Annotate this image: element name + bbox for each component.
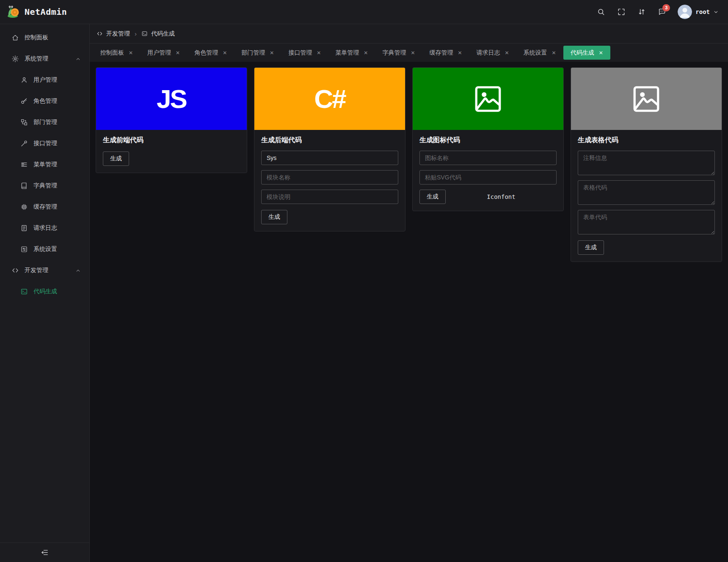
sidebar-item-api[interactable]: 接口管理: [0, 134, 89, 153]
sidebar-item-departments[interactable]: 部门管理: [0, 113, 89, 132]
card-generate-backend: C# 生成后端代码 生成: [254, 67, 405, 231]
breadcrumb-item-development[interactable]: 开发管理: [97, 30, 130, 38]
generate-table-button[interactable]: 生成: [578, 240, 604, 255]
banner-js-text: JS: [157, 84, 186, 114]
banner-icon-gray: [571, 68, 722, 130]
tab-dictionaries[interactable]: 字典管理✕: [375, 46, 422, 60]
card-generate-table: 生成表格代码 生成: [571, 67, 722, 262]
card-generate-frontend: JS 生成前端代码 生成: [96, 67, 247, 173]
iconfont-link[interactable]: Iconfont: [446, 193, 557, 200]
card-title: 生成图标代码: [419, 136, 557, 145]
sidebar-item-request-logs[interactable]: 请求日志: [0, 219, 89, 237]
tab-request-logs[interactable]: 请求日志✕: [469, 46, 516, 60]
sidebar-item-code-generation[interactable]: 代码生成: [0, 282, 89, 301]
chevron-up-icon: [75, 56, 81, 62]
card-generate-icon: 生成图标代码 生成 Iconfont: [412, 67, 564, 211]
notification-badge: 3: [662, 4, 670, 11]
cpu-icon: [20, 203, 28, 211]
tab-strip: 控制面板✕ 用户管理✕ 角色管理✕ 部门管理✕ 接口管理✕ 菜单管理✕ 字典管理…: [90, 44, 728, 62]
sidebar-item-users[interactable]: 用户管理: [0, 71, 89, 89]
close-icon[interactable]: ✕: [552, 50, 556, 55]
module-description-input[interactable]: [261, 190, 398, 204]
api-icon: [20, 140, 28, 147]
swap-arrows-icon[interactable]: [637, 7, 646, 17]
search-icon[interactable]: [596, 7, 606, 17]
close-icon[interactable]: ✕: [129, 50, 133, 55]
breadcrumb-separator: ›: [134, 30, 138, 37]
tab-users[interactable]: 用户管理✕: [140, 46, 187, 60]
table-code-textarea[interactable]: [578, 180, 715, 205]
terminal-window-icon: [20, 288, 28, 295]
avatar: [678, 5, 692, 19]
close-icon[interactable]: ✕: [599, 50, 603, 55]
close-icon[interactable]: ✕: [411, 50, 415, 55]
sidebar-item-dictionaries[interactable]: 字典管理: [0, 176, 89, 195]
user-icon: [20, 76, 28, 84]
sidebar: 控制面板 系统管理 用户管理 角色管理 部门管理 接口: [0, 24, 90, 562]
sidebar-item-dashboard[interactable]: 控制面板: [0, 28, 89, 47]
sidebar-item-system-settings[interactable]: 系统设置: [0, 240, 89, 259]
banner-csharp: C#: [254, 68, 405, 130]
tab-api[interactable]: 接口管理✕: [281, 46, 328, 60]
module-name-input[interactable]: [261, 170, 398, 185]
code-icon: [97, 30, 103, 37]
settings-panel-icon: [20, 245, 28, 253]
sidebar-item-menus[interactable]: 菜单管理: [0, 155, 89, 174]
brand[interactable]: NetAdmin: [7, 5, 67, 19]
snail-icon: [7, 5, 20, 19]
tab-code-generation[interactable]: 代码生成✕: [563, 46, 610, 60]
tab-dashboard[interactable]: 控制面板✕: [93, 46, 140, 60]
gear-icon: [11, 55, 19, 63]
picture-icon: [631, 83, 662, 115]
tab-system-settings[interactable]: 系统设置✕: [516, 46, 563, 60]
close-icon[interactable]: ✕: [270, 50, 274, 55]
app-title: NetAdmin: [25, 7, 67, 17]
code-icon: [11, 267, 19, 274]
book-icon: [20, 182, 28, 190]
menu-list-icon: [20, 161, 28, 168]
app-header: NetAdmin 3 root: [0, 0, 728, 24]
banner-js: JS: [96, 68, 247, 130]
close-icon[interactable]: ✕: [223, 50, 227, 55]
notifications-button[interactable]: 3: [657, 7, 667, 17]
comment-info-textarea[interactable]: [578, 151, 715, 175]
sidebar-item-cache[interactable]: 缓存管理: [0, 198, 89, 216]
user-menu[interactable]: root: [678, 5, 719, 19]
svg-code-input[interactable]: [419, 170, 557, 185]
sidebar-group-system[interactable]: 系统管理: [0, 50, 89, 68]
collapse-sidebar-button[interactable]: [0, 543, 89, 562]
picture-icon: [472, 83, 504, 115]
backend-namespace-input[interactable]: [261, 151, 398, 165]
generate-icon-button[interactable]: 生成: [419, 190, 446, 204]
close-icon[interactable]: ✕: [364, 50, 368, 55]
fullscreen-icon[interactable]: [617, 7, 626, 17]
icon-name-input[interactable]: [419, 151, 557, 165]
terminal-window-icon: [141, 30, 148, 37]
content-area: JS 生成前端代码 生成 C# 生成后端代码 生成: [90, 62, 728, 562]
generate-backend-button[interactable]: 生成: [261, 210, 287, 224]
menu-fold-icon: [41, 548, 49, 556]
sidebar-group-development[interactable]: 开发管理: [0, 261, 89, 280]
close-icon[interactable]: ✕: [176, 50, 180, 55]
chevron-down-icon: [713, 9, 719, 15]
banner-csharp-text: C#: [314, 84, 345, 114]
home-icon: [11, 34, 19, 41]
key-icon: [20, 97, 28, 105]
close-icon[interactable]: ✕: [458, 50, 462, 55]
generate-frontend-button[interactable]: 生成: [103, 152, 129, 166]
close-icon[interactable]: ✕: [505, 50, 509, 55]
form-code-textarea[interactable]: [578, 210, 715, 234]
breadcrumb-item-code-generation[interactable]: 代码生成: [141, 30, 175, 38]
tab-departments[interactable]: 部门管理✕: [234, 46, 281, 60]
tab-menus[interactable]: 菜单管理✕: [328, 46, 375, 60]
tab-roles[interactable]: 角色管理✕: [187, 46, 234, 60]
document-icon: [20, 224, 28, 232]
tab-cache[interactable]: 缓存管理✕: [422, 46, 469, 60]
chevron-up-icon: [75, 268, 81, 273]
close-icon[interactable]: ✕: [317, 50, 321, 55]
org-icon: [20, 118, 28, 126]
card-title: 生成表格代码: [578, 136, 715, 145]
username: root: [695, 8, 710, 15]
sidebar-item-roles[interactable]: 角色管理: [0, 92, 89, 110]
banner-icon-green: [413, 68, 563, 130]
